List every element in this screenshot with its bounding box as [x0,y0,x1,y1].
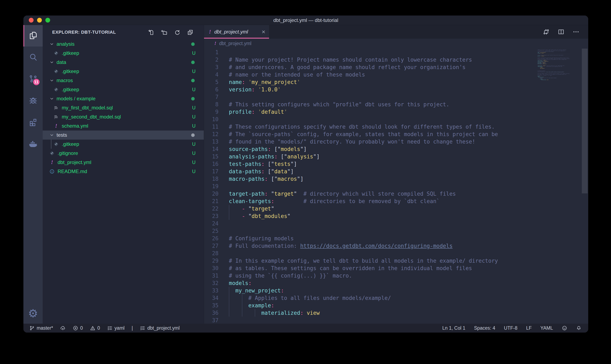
code-line-27[interactable]: 27# Full documentation: https://docs.get… [204,242,588,250]
code-line-10[interactable]: 10 [204,116,588,123]
code-line-33[interactable]: 33 my_new_project: [204,287,588,294]
code-line-37[interactable]: 37 [536,80,576,81]
status-warning-count[interactable]: 0 [90,325,100,331]
indent-guide [229,212,229,220]
code-line-24[interactable]: 24 [204,220,588,227]
close-window-button[interactable] [29,18,34,23]
status-language-mode[interactable]: YAML [540,325,553,331]
tree-item-tests[interactable]: tests [43,130,204,140]
code-line-4[interactable]: 4# name or the intended use of these mod… [204,71,588,78]
code-line-34[interactable]: 34 # Applies to all files under models/e… [204,294,588,302]
status-branch-indicator[interactable]: master* [29,325,53,331]
editor-scrollbar[interactable] [582,49,588,193]
status-linter-yaml[interactable]: yaml [107,325,125,331]
git-untracked-badge: U [192,69,195,74]
activity-bar-item-explorer[interactable] [23,25,43,47]
tree-item--gitkeep[interactable]: .gitkeepU [43,67,204,76]
code-line-26[interactable]: 26# Configuring models [204,235,588,242]
code-line-23[interactable]: 23 - "dbt_modules" [204,212,588,220]
docs-link[interactable]: https://docs.getdbt.com/docs/configuring… [300,243,453,249]
tree-item-schema-yml[interactable]: !schema.ymlU [43,121,204,130]
tab-dbt-project-yml[interactable]: ! dbt_project.yml × [204,25,269,39]
status-error-count[interactable]: 0 [73,325,83,331]
code-line-1[interactable]: 1 [204,49,588,56]
code-line-31[interactable]: 31# using the `{{ config(...) }}` macro. [204,272,588,279]
activity-bar-item-source-control[interactable]: 11 [23,68,43,90]
tree-item-dbt-project-yml[interactable]: !dbt_project.ymlU [43,158,204,167]
tree-item-macros[interactable]: macros [43,76,204,85]
close-tab-icon[interactable]: × [262,29,265,35]
tree-item--gitkeep[interactable]: .gitkeepU [43,85,204,94]
open-changes-button[interactable] [543,28,550,35]
tree-item-data[interactable]: data [43,58,204,67]
workbench: 11⚙ EXPLORER: DBT-TUTORIAL analysis.gitk… [23,25,588,324]
code-line-2[interactable]: 2# Name your project! Project names shou… [204,56,588,64]
code-line-11[interactable]: 11# These configurations specify where d… [204,123,588,130]
code-line-30[interactable]: 30# as tables. These settings can be ove… [204,264,588,272]
code-line-15[interactable]: 15analysis-paths: ["analysis"] [204,153,588,160]
code-line-36[interactable]: 36 materialized: view [204,309,588,317]
titlebar[interactable]: dbt_project.yml — dbt-tutorial [23,15,588,25]
settings-gear-icon[interactable]: ⚙ [23,303,43,324]
debug-icon [28,96,38,105]
code-line-17[interactable]: 17data-paths: ["data"] [204,168,588,175]
new-file-button[interactable] [148,29,154,36]
activity-bar-item-search[interactable] [23,47,43,68]
code-line-7[interactable]: 7 [204,93,588,101]
more-actions-button[interactable] [572,28,580,35]
code-line-37[interactable]: 37 [204,317,588,324]
status-label: 0 [97,325,100,331]
tree-item-models-example[interactable]: models / example [43,94,204,103]
minimap[interactable]: 12# Name your project! Project names sho… [536,49,581,156]
tree-item-readme-md[interactable]: README.mdU [43,167,204,176]
code-line-12[interactable]: 12# The `source-paths` config, for examp… [204,130,588,138]
code-line-28[interactable]: 28 [204,250,588,257]
code-line-32[interactable]: 32models: [204,279,588,287]
code-line-14[interactable]: 14source-paths: ["models"] [204,145,588,153]
collapse-folders-button[interactable] [187,29,194,36]
code-line-25[interactable]: 25 [204,227,588,235]
tree-item-my-first-dbt-model-sql[interactable]: my_first_dbt_model.sqlU [43,103,204,112]
code-line-29[interactable]: 29# In this example config, we tell dbt … [204,257,588,264]
zoom-window-button[interactable] [45,18,50,23]
code-line-3[interactable]: 3# and underscores. A good package name … [204,64,588,71]
code-line-6[interactable]: 6version: '1.0.0' [204,86,588,93]
minimize-window-button[interactable] [37,18,42,23]
status-linter-file[interactable]: dbt_project.yml [140,325,180,331]
activity-bar-item-debug[interactable] [23,90,43,111]
status-eol[interactable]: LF [526,325,532,331]
status-encoding[interactable]: UTF-8 [504,325,517,331]
status-cursor-position[interactable]: Ln 1, Col 1 [442,325,465,331]
new-folder-button[interactable] [161,29,167,36]
code-line-18[interactable]: 18macro-paths: ["macros"] [204,175,588,183]
new-folder-icon [161,29,167,36]
code-line-19[interactable]: 19 [204,183,588,190]
code-line-8[interactable]: 8# This setting configures which "profil… [204,101,588,108]
status-notifications[interactable] [576,325,582,331]
line-number: 15 [204,153,219,160]
code-line-content: # This setting configures which "profile… [219,101,449,108]
breadcrumb-item-file[interactable]: dbt_project.yml [219,41,251,46]
activity-bar-item-docker[interactable] [23,132,43,154]
code-line-22[interactable]: 22 - "target" [204,205,588,212]
code-line-content [219,93,229,101]
code-line-9[interactable]: 9profile: 'default' [204,108,588,116]
code-line-5[interactable]: 5name: 'my_new_project' [204,78,588,86]
tree-item-analysis[interactable]: analysis [43,39,204,49]
code-line-20[interactable]: 20target-path: "target" # directory whic… [204,190,588,197]
refresh-explorer-button[interactable] [174,29,181,36]
code-line-13[interactable]: 13# found in the "models/" directory. Yo… [204,138,588,145]
tree-item-my-second-dbt-model-sql[interactable]: my_second_dbt_model.sqlU [43,112,204,121]
status-publish-changes[interactable] [60,325,66,331]
code-line-35[interactable]: 35 example: [204,302,588,309]
code-line-21[interactable]: 21clean-targets: # directories to be rem… [204,197,588,205]
code-line-16[interactable]: 16test-paths: ["tests"] [204,160,588,168]
status-feedback[interactable] [562,325,567,331]
split-editor-button[interactable] [557,28,565,35]
tree-item--gitkeep[interactable]: .gitkeepU [43,49,204,58]
code-editor[interactable]: 12# Name your project! Project names sho… [204,48,588,324]
tree-item--gitkeep[interactable]: .gitkeepU [43,140,204,149]
status-indentation[interactable]: Spaces: 4 [474,325,495,331]
activity-bar-item-extensions[interactable] [23,111,43,132]
tree-item--gitignore[interactable]: .gitignoreU [43,149,204,158]
